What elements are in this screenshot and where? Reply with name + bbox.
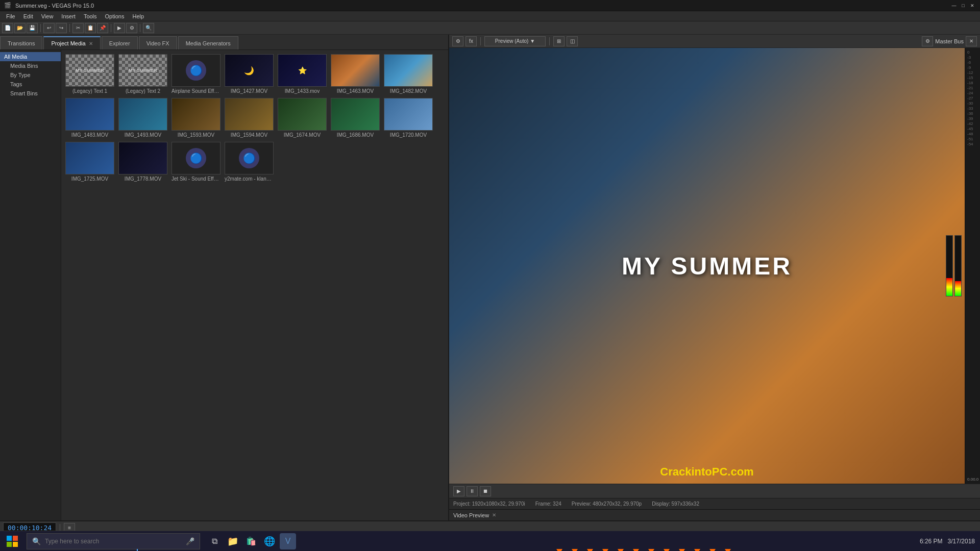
save-button[interactable]: 💾 — [27, 23, 38, 33]
render-button[interactable]: ▶ — [114, 23, 125, 33]
undo-button[interactable]: ↩ — [43, 23, 55, 33]
task-view-button[interactable]: ⧉ — [206, 533, 223, 549]
menu-file[interactable]: File — [2, 12, 19, 20]
search-bar[interactable]: 🔍 🎤 — [27, 533, 200, 549]
svg-rect-3 — [13, 542, 18, 547]
media-item[interactable]: 🔵 Airplane Sound Effect.mp3 — [172, 54, 220, 94]
new-button[interactable]: 📄 — [2, 23, 13, 33]
media-item[interactable]: IMG_1483.MOV — [65, 98, 114, 138]
tab-transitions-label: Transitions — [8, 40, 35, 46]
media-thumbnail — [331, 54, 380, 87]
media-thumbnail — [278, 98, 327, 131]
media-item[interactable]: IMG_1725.MOV — [65, 142, 114, 182]
master-close[interactable]: ✕ — [966, 36, 977, 46]
search-icon: 🔍 — [32, 537, 41, 545]
cut-button[interactable]: ✂ — [72, 23, 84, 33]
store-button[interactable]: 🛍️ — [243, 533, 259, 549]
file-explorer-icon: 📁 — [227, 536, 238, 547]
sidebar-item-by-type[interactable]: By Type — [0, 70, 61, 80]
media-item[interactable]: IMG_1720.MOV — [384, 98, 433, 138]
vegas-taskbar-button[interactable]: V — [280, 533, 296, 549]
tab-transitions[interactable]: Transitions — [0, 36, 42, 49]
media-item[interactable]: IMG_1463.MOV — [331, 54, 380, 94]
media-thumbnail — [65, 142, 114, 174]
sidebar-item-tags[interactable]: Tags — [0, 80, 61, 89]
master-settings[interactable]: ⚙ — [922, 36, 933, 46]
preview-settings-button[interactable]: ⚙ — [452, 36, 463, 46]
preview-mode-button[interactable]: Preview (Auto) ▼ — [484, 36, 546, 46]
menu-view[interactable]: View — [37, 12, 58, 20]
tab-project-media-label: Project Media — [51, 40, 85, 46]
main-toolbar: 📄 📂 💾 ↩ ↪ ✂ 📋 📌 ▶ ⚙ 🔍 — [0, 21, 980, 35]
close-button[interactable]: ✕ — [969, 2, 976, 9]
media-item[interactable]: 🔵 Jet Ski - Sound Effects.mp3 — [172, 142, 220, 182]
search-input[interactable] — [45, 538, 182, 545]
title-bar: 🎬 Summer.veg - VEGAS Pro 15.0 — □ ✕ — [0, 0, 980, 11]
paste-button[interactable]: 📌 — [97, 23, 108, 33]
start-button[interactable] — [0, 531, 24, 552]
tab-video-fx[interactable]: Video FX — [139, 36, 177, 49]
title-text: Summer.veg - VEGAS Pro 15.0 — [15, 3, 94, 9]
media-item[interactable]: MY SUMMER (Legacy) Text 2 — [118, 54, 167, 94]
ruler-playhead — [137, 549, 138, 551]
tab-explorer[interactable]: Explorer — [102, 36, 138, 49]
media-item[interactable]: IMG_1778.MOV — [118, 142, 167, 182]
menu-edit[interactable]: Edit — [19, 12, 37, 20]
sidebar-item-smart-bins[interactable]: Smart Bins — [0, 89, 61, 98]
preview-res: Preview: 480x270x32, 29.970p — [572, 501, 642, 507]
maximize-button[interactable]: □ — [960, 2, 967, 9]
minimize-button[interactable]: — — [950, 2, 958, 9]
media-item[interactable]: MY SUMMER (Legacy) Text 1 — [65, 54, 114, 94]
media-thumbnail — [172, 98, 220, 131]
properties-button[interactable]: ⚙ — [126, 23, 137, 33]
preview-stop-button[interactable]: ⏹ — [480, 486, 491, 496]
menu-tools[interactable]: Tools — [80, 12, 101, 20]
media-item[interactable]: 🔵 y2mate.com - klangande_jubel_origin... — [225, 142, 274, 182]
sidebar-item-media-bins[interactable]: Media Bins — [0, 61, 61, 70]
media-item-label: (Legacy) Text 1 — [65, 88, 114, 94]
menu-options[interactable]: Options — [101, 12, 129, 20]
media-thumbnail: 🌙 — [225, 54, 274, 87]
menu-help[interactable]: Help — [128, 12, 148, 20]
tab-project-media[interactable]: Project Media ✕ — [43, 36, 100, 49]
media-thumbnail: MY SUMMER — [118, 54, 167, 87]
media-item[interactable]: IMG_1593.MOV — [172, 98, 220, 138]
media-item[interactable]: IMG_1674.MOV — [278, 98, 327, 138]
media-item[interactable]: IMG_1482.MOV — [384, 54, 433, 94]
main-layout: Transitions Project Media ✕ Explorer Vid… — [0, 35, 980, 520]
preview-toolbar: ⚙ fx Preview (Auto) ▼ ⊞ ◫ ⚙ Master Bus ✕ — [449, 35, 980, 48]
video-preview-close[interactable]: ✕ — [492, 512, 496, 518]
tab-media-generators[interactable]: Media Generators — [178, 36, 238, 49]
preview-grid-button[interactable]: ⊞ — [553, 36, 565, 46]
sidebar-item-all-media[interactable]: All Media — [0, 52, 61, 61]
taskbar-icons: ⧉ 📁 🛍️ 🌐 V — [202, 533, 300, 549]
preview-pause-button[interactable]: ⏸ — [467, 486, 478, 496]
master-label: Master Bus — [935, 38, 964, 44]
marker-2 — [572, 549, 578, 551]
media-item[interactable]: IMG_1686.MOV — [331, 98, 380, 138]
preview-play-button[interactable]: ▶ — [453, 486, 464, 496]
file-explorer-button[interactable]: 📁 — [225, 533, 241, 549]
media-item-label: IMG_1725.MOV — [65, 176, 114, 182]
media-item[interactable]: IMG_1594.MOV — [225, 98, 274, 138]
media-item[interactable]: ⭐ IMG_1433.mov — [278, 54, 327, 94]
open-button[interactable]: 📂 — [14, 23, 26, 33]
media-item[interactable]: 🌙 IMG_1427.MOV — [225, 54, 274, 94]
media-item-label: IMG_1463.MOV — [331, 88, 380, 94]
preview-split-button[interactable]: ◫ — [567, 36, 578, 46]
left-panel: Transitions Project Media ✕ Explorer Vid… — [0, 35, 449, 520]
vu-right-panel: 0 -3 -6 -9 -12 -15 -18 -21 -24 -27 -30 -… — [965, 48, 980, 484]
marker-10 — [694, 549, 700, 551]
menu-insert[interactable]: Insert — [57, 12, 80, 20]
redo-button[interactable]: ↪ — [56, 23, 67, 33]
date-display: 3/17/2018 — [948, 538, 975, 545]
tab-media-generators-label: Media Generators — [186, 40, 231, 46]
display-info: Display: 597x336x32 — [652, 501, 699, 507]
media-item[interactable]: IMG_1493.MOV — [118, 98, 167, 138]
chrome-button[interactable]: 🌐 — [261, 533, 278, 549]
zoom-in-button[interactable]: 🔍 — [143, 23, 154, 33]
vu-level-left — [946, 278, 952, 296]
preview-fx-button[interactable]: fx — [465, 36, 477, 46]
tab-project-media-close[interactable]: ✕ — [89, 41, 93, 46]
copy-button[interactable]: 📋 — [85, 23, 96, 33]
